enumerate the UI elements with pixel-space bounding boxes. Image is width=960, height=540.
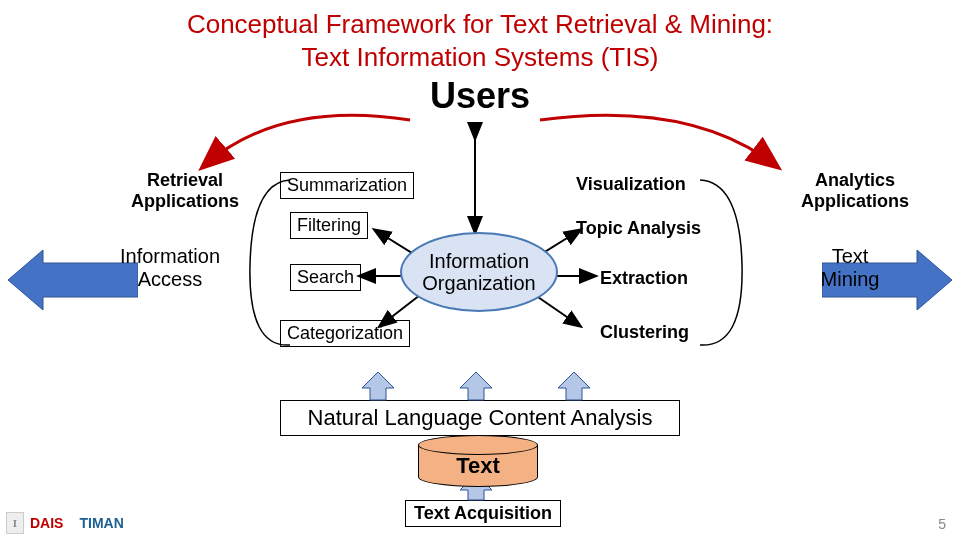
logo-dais: DAIS: [30, 515, 63, 531]
footer-logos: I DAIS TIMAN: [6, 512, 124, 534]
users-label: Users: [0, 75, 960, 117]
categorization-box: Categorization: [280, 320, 410, 347]
logo-timan: TIMAN: [79, 515, 123, 531]
slide-title: Conceptual Framework for Text Retrieval …: [0, 0, 960, 73]
information-organization-ellipse: Information Organization: [400, 232, 558, 312]
retrieval-applications-label: Retrieval Applications: [120, 170, 250, 212]
summarization-box: Summarization: [280, 172, 414, 199]
text-mining-label: Text Mining: [795, 245, 905, 291]
extraction-label: Extraction: [600, 268, 688, 289]
page-number: 5: [938, 516, 946, 532]
svg-line-6: [535, 295, 580, 326]
filtering-box: Filtering: [290, 212, 368, 239]
topic-analysis-label: Topic Analysis: [576, 218, 701, 239]
information-access-label: Information Access: [100, 245, 240, 291]
analytics-applications-label: Analytics Applications: [790, 170, 920, 212]
clustering-label: Clustering: [600, 322, 689, 343]
nlca-box: Natural Language Content Analysis: [280, 400, 680, 436]
text-acquisition-box: Text Acquisition: [405, 500, 561, 527]
visualization-label: Visualization: [576, 174, 686, 195]
text-cylinder: Text: [418, 444, 538, 498]
search-box: Search: [290, 264, 361, 291]
logo-illinois-icon: I: [6, 512, 24, 534]
